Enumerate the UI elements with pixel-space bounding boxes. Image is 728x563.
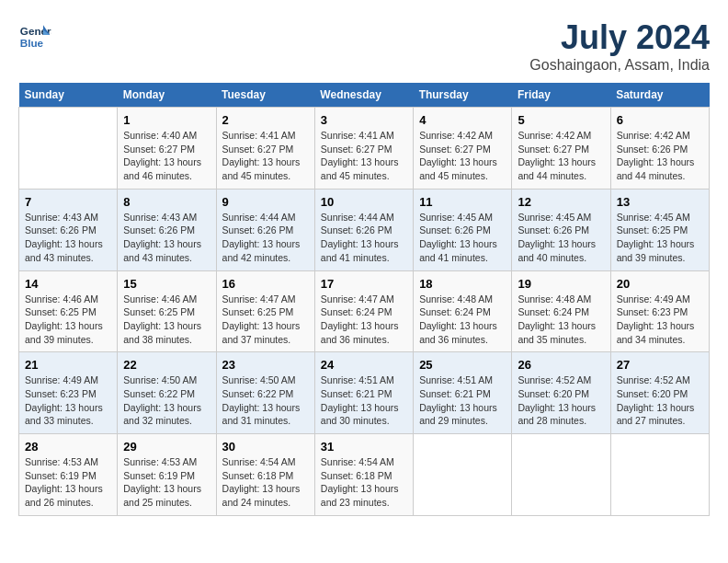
day-info: Sunrise: 4:41 AM Sunset: 6:27 PM Dayligh… <box>222 129 309 183</box>
day-number: 27 <box>617 358 703 372</box>
day-info: Sunrise: 4:52 AM Sunset: 6:20 PM Dayligh… <box>617 373 703 428</box>
header-saturday: Saturday <box>610 83 709 108</box>
day-info: Sunrise: 4:49 AM Sunset: 6:23 PM Dayligh… <box>25 373 111 428</box>
day-number: 12 <box>518 195 604 209</box>
calendar-table: SundayMondayTuesdayWednesdayThursdayFrid… <box>18 83 710 516</box>
day-number: 17 <box>321 277 407 291</box>
header-thursday: Thursday <box>414 83 512 108</box>
day-info: Sunrise: 4:48 AM Sunset: 6:24 PM Dayligh… <box>419 293 506 347</box>
day-number: 31 <box>321 440 407 454</box>
calendar-week-row: 21Sunrise: 4:49 AM Sunset: 6:23 PM Dayli… <box>19 352 710 434</box>
day-number: 23 <box>222 358 309 372</box>
day-number: 29 <box>123 440 210 454</box>
day-number: 14 <box>25 277 111 291</box>
day-number: 22 <box>123 358 210 372</box>
header-sunday: Sunday <box>19 83 118 108</box>
calendar-day-cell: 1Sunrise: 4:40 AM Sunset: 6:27 PM Daylig… <box>118 108 216 190</box>
day-info: Sunrise: 4:43 AM Sunset: 6:26 PM Dayligh… <box>123 211 210 265</box>
day-number: 20 <box>617 277 703 291</box>
day-number: 15 <box>123 277 210 291</box>
empty-cell <box>610 434 709 516</box>
calendar-day-cell: 20Sunrise: 4:49 AM Sunset: 6:23 PM Dayli… <box>610 270 709 352</box>
location-subtitle: Goshaingaon, Assam, India <box>529 57 710 74</box>
calendar-day-cell: 10Sunrise: 4:44 AM Sunset: 6:26 PM Dayli… <box>314 189 413 270</box>
calendar-day-cell: 11Sunrise: 4:45 AM Sunset: 6:26 PM Dayli… <box>414 189 512 270</box>
calendar-day-cell: 9Sunrise: 4:44 AM Sunset: 6:26 PM Daylig… <box>216 189 314 270</box>
day-number: 26 <box>518 358 604 372</box>
calendar-day-cell: 13Sunrise: 4:45 AM Sunset: 6:25 PM Dayli… <box>610 189 709 270</box>
calendar-day-cell: 31Sunrise: 4:54 AM Sunset: 6:18 PM Dayli… <box>314 434 413 516</box>
calendar-week-row: 14Sunrise: 4:46 AM Sunset: 6:25 PM Dayli… <box>19 270 710 352</box>
day-number: 5 <box>518 113 604 127</box>
day-number: 21 <box>25 358 111 372</box>
header-monday: Monday <box>118 83 216 108</box>
day-number: 28 <box>25 440 111 454</box>
calendar-day-cell: 14Sunrise: 4:46 AM Sunset: 6:25 PM Dayli… <box>19 270 118 352</box>
title-area: July 2024 Goshaingaon, Assam, India <box>529 18 710 74</box>
day-info: Sunrise: 4:44 AM Sunset: 6:26 PM Dayligh… <box>321 211 407 265</box>
calendar-day-cell: 6Sunrise: 4:42 AM Sunset: 6:26 PM Daylig… <box>610 108 709 190</box>
calendar-day-cell: 4Sunrise: 4:42 AM Sunset: 6:27 PM Daylig… <box>414 108 512 190</box>
day-number: 13 <box>617 195 703 209</box>
empty-cell <box>414 434 512 516</box>
day-info: Sunrise: 4:45 AM Sunset: 6:25 PM Dayligh… <box>617 211 703 265</box>
calendar-day-cell: 2Sunrise: 4:41 AM Sunset: 6:27 PM Daylig… <box>216 108 314 190</box>
day-number: 18 <box>419 277 506 291</box>
calendar-day-cell: 22Sunrise: 4:50 AM Sunset: 6:22 PM Dayli… <box>118 352 216 434</box>
day-info: Sunrise: 4:54 AM Sunset: 6:18 PM Dayligh… <box>321 455 407 510</box>
header-friday: Friday <box>512 83 610 108</box>
empty-cell <box>512 434 610 516</box>
day-number: 8 <box>123 195 210 209</box>
day-info: Sunrise: 4:46 AM Sunset: 6:25 PM Dayligh… <box>25 293 111 347</box>
day-info: Sunrise: 4:44 AM Sunset: 6:26 PM Dayligh… <box>222 211 309 265</box>
calendar-day-cell: 17Sunrise: 4:47 AM Sunset: 6:24 PM Dayli… <box>314 270 413 352</box>
day-info: Sunrise: 4:45 AM Sunset: 6:26 PM Dayligh… <box>518 211 604 265</box>
day-info: Sunrise: 4:50 AM Sunset: 6:22 PM Dayligh… <box>123 373 210 428</box>
calendar-day-cell: 30Sunrise: 4:54 AM Sunset: 6:18 PM Dayli… <box>216 434 314 516</box>
page-header: General Blue General Blue July 2024 Gosh… <box>18 18 710 74</box>
day-info: Sunrise: 4:48 AM Sunset: 6:24 PM Dayligh… <box>518 293 604 347</box>
day-info: Sunrise: 4:50 AM Sunset: 6:22 PM Dayligh… <box>222 373 309 428</box>
calendar-day-cell: 21Sunrise: 4:49 AM Sunset: 6:23 PM Dayli… <box>19 352 118 434</box>
calendar-header-row: SundayMondayTuesdayWednesdayThursdayFrid… <box>19 83 710 108</box>
day-info: Sunrise: 4:47 AM Sunset: 6:25 PM Dayligh… <box>222 293 309 347</box>
calendar-day-cell: 15Sunrise: 4:46 AM Sunset: 6:25 PM Dayli… <box>118 270 216 352</box>
calendar-week-row: 28Sunrise: 4:53 AM Sunset: 6:19 PM Dayli… <box>19 434 710 516</box>
day-info: Sunrise: 4:45 AM Sunset: 6:26 PM Dayligh… <box>419 211 506 265</box>
day-number: 19 <box>518 277 604 291</box>
day-number: 2 <box>222 113 309 127</box>
day-info: Sunrise: 4:51 AM Sunset: 6:21 PM Dayligh… <box>419 373 506 428</box>
calendar-day-cell: 25Sunrise: 4:51 AM Sunset: 6:21 PM Dayli… <box>414 352 512 434</box>
day-info: Sunrise: 4:49 AM Sunset: 6:23 PM Dayligh… <box>617 293 703 347</box>
calendar-day-cell: 7Sunrise: 4:43 AM Sunset: 6:26 PM Daylig… <box>19 189 118 270</box>
day-number: 24 <box>321 358 407 372</box>
calendar-day-cell: 18Sunrise: 4:48 AM Sunset: 6:24 PM Dayli… <box>414 270 512 352</box>
calendar-day-cell: 24Sunrise: 4:51 AM Sunset: 6:21 PM Dayli… <box>314 352 413 434</box>
day-info: Sunrise: 4:52 AM Sunset: 6:20 PM Dayligh… <box>518 373 604 428</box>
calendar-day-cell: 3Sunrise: 4:41 AM Sunset: 6:27 PM Daylig… <box>314 108 413 190</box>
day-number: 25 <box>419 358 506 372</box>
day-info: Sunrise: 4:43 AM Sunset: 6:26 PM Dayligh… <box>25 211 111 265</box>
day-number: 7 <box>25 195 111 209</box>
calendar-day-cell: 23Sunrise: 4:50 AM Sunset: 6:22 PM Dayli… <box>216 352 314 434</box>
calendar-day-cell: 8Sunrise: 4:43 AM Sunset: 6:26 PM Daylig… <box>118 189 216 270</box>
calendar-day-cell: 5Sunrise: 4:42 AM Sunset: 6:27 PM Daylig… <box>512 108 610 190</box>
logo-icon: General Blue <box>18 18 51 52</box>
day-number: 4 <box>419 113 506 127</box>
day-info: Sunrise: 4:42 AM Sunset: 6:26 PM Dayligh… <box>617 129 703 183</box>
calendar-day-cell: 19Sunrise: 4:48 AM Sunset: 6:24 PM Dayli… <box>512 270 610 352</box>
day-info: Sunrise: 4:54 AM Sunset: 6:18 PM Dayligh… <box>222 455 309 510</box>
month-year-title: July 2024 <box>529 18 710 57</box>
calendar-week-row: 7Sunrise: 4:43 AM Sunset: 6:26 PM Daylig… <box>19 189 710 270</box>
calendar-day-cell: 27Sunrise: 4:52 AM Sunset: 6:20 PM Dayli… <box>610 352 709 434</box>
calendar-day-cell: 29Sunrise: 4:53 AM Sunset: 6:19 PM Dayli… <box>118 434 216 516</box>
empty-cell <box>19 108 118 190</box>
calendar-week-row: 1Sunrise: 4:40 AM Sunset: 6:27 PM Daylig… <box>19 108 710 190</box>
day-info: Sunrise: 4:47 AM Sunset: 6:24 PM Dayligh… <box>321 293 407 347</box>
day-info: Sunrise: 4:42 AM Sunset: 6:27 PM Dayligh… <box>419 129 506 183</box>
day-number: 6 <box>617 113 703 127</box>
day-info: Sunrise: 4:53 AM Sunset: 6:19 PM Dayligh… <box>123 455 210 510</box>
calendar-day-cell: 12Sunrise: 4:45 AM Sunset: 6:26 PM Dayli… <box>512 189 610 270</box>
calendar-day-cell: 26Sunrise: 4:52 AM Sunset: 6:20 PM Dayli… <box>512 352 610 434</box>
header-wednesday: Wednesday <box>314 83 413 108</box>
